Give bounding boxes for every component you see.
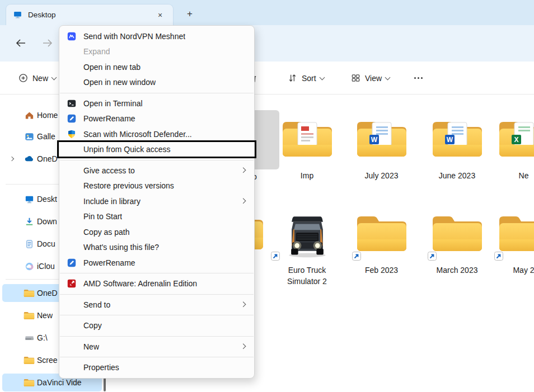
folder-icon bbox=[497, 211, 534, 254]
sidebar-item-label: OneD bbox=[37, 154, 58, 163]
desktop-icon bbox=[24, 193, 35, 205]
menu-item-label: PowerRename bbox=[83, 114, 135, 123]
sort-button-label: Sort bbox=[302, 74, 316, 83]
menu-item-label: Pin to Start bbox=[83, 212, 122, 221]
sidebar-item-label: Home bbox=[37, 111, 58, 120]
file-item-label: Ne bbox=[490, 171, 534, 182]
new-tab-button[interactable]: + bbox=[182, 7, 197, 21]
icloud-icon bbox=[24, 261, 35, 272]
menu-item-label: Open in new tab bbox=[83, 63, 140, 72]
file-item-label: June 2023 bbox=[423, 171, 491, 182]
menu-item-properties[interactable]: Properties bbox=[59, 360, 254, 376]
menu-item-label: Send to bbox=[83, 300, 110, 309]
tab-desktop[interactable]: Desktop × bbox=[6, 4, 174, 25]
menu-item-label: Include in library bbox=[83, 197, 140, 206]
sidebar-item-label: Galle bbox=[37, 132, 55, 141]
file-item-label: July 2023 bbox=[348, 171, 416, 182]
menu-item-send-to[interactable]: Send to bbox=[59, 297, 254, 313]
menu-item-copy-as-path[interactable]: Copy as path bbox=[59, 224, 254, 240]
menu-item-label: Send with NordVPN Meshnet bbox=[83, 32, 185, 41]
view-button-label: View bbox=[365, 74, 382, 83]
forward-button[interactable] bbox=[38, 34, 57, 52]
expand-chevron-icon[interactable] bbox=[10, 157, 14, 161]
menu-item-label: Open in Terminal bbox=[83, 99, 143, 108]
file-item-june-2023[interactable]: June 2023 bbox=[419, 110, 495, 182]
menu-separator bbox=[60, 357, 254, 357]
sidebar-item-label: Down bbox=[37, 217, 57, 226]
menu-item-restore-previous-versions[interactable]: Restore previous versions bbox=[59, 178, 254, 194]
menu-item-label: What's using this file? bbox=[83, 243, 159, 252]
menu-separator bbox=[60, 273, 254, 273]
tab-title: Desktop bbox=[28, 11, 154, 19]
view-button[interactable]: View bbox=[345, 69, 395, 87]
sidebar-item-label: iClou bbox=[37, 262, 55, 271]
sort-icon bbox=[287, 73, 298, 83]
drive-icon bbox=[24, 332, 35, 343]
menu-item-powerrename[interactable]: PowerRename bbox=[59, 111, 254, 127]
new-button-label: New bbox=[32, 74, 48, 83]
menu-item-label: Scan with Microsoft Defender... bbox=[83, 130, 192, 139]
submenu-chevron-icon bbox=[241, 301, 246, 307]
menu-item-powerrename-2[interactable]: PowerRename bbox=[59, 255, 254, 271]
file-item-label: Euro Truck Simulator 2 bbox=[273, 265, 341, 287]
sidebar-item-label: Scree bbox=[37, 356, 58, 365]
file-item-march-2023[interactable]: March 2023 bbox=[419, 205, 495, 276]
menu-item-new[interactable]: New bbox=[59, 339, 254, 355]
defender-shield-icon bbox=[66, 129, 77, 140]
file-item-label: Feb 2023 bbox=[348, 265, 416, 276]
powerrename-icon bbox=[66, 257, 77, 268]
menu-item-send-with-nordvpn-meshnet[interactable]: Send with NordVPN Meshnet bbox=[59, 29, 254, 44]
nordvpn-icon bbox=[66, 31, 77, 42]
new-button[interactable]: New bbox=[12, 69, 62, 87]
menu-item-open-in-terminal[interactable]: Open in Terminal bbox=[59, 96, 254, 111]
menu-item-open-in-new-window[interactable]: Open in new window bbox=[59, 75, 254, 91]
terminal-icon bbox=[66, 98, 77, 109]
menu-item-expand: Expand bbox=[59, 44, 254, 60]
back-button[interactable] bbox=[11, 34, 30, 52]
menu-item-pin-to-start[interactable]: Pin to Start bbox=[59, 209, 254, 225]
sort-button[interactable]: Sort bbox=[282, 69, 330, 87]
menu-separator bbox=[60, 160, 254, 160]
menu-item-whats-using-this-file[interactable]: What's using this file? bbox=[59, 240, 254, 256]
menu-item-copy[interactable]: Copy bbox=[59, 318, 254, 334]
menu-item-open-in-new-tab[interactable]: Open in new tab bbox=[59, 59, 254, 75]
menu-item-label: New bbox=[83, 342, 99, 351]
menu-item-label: Properties bbox=[83, 363, 119, 372]
menu-item-label: Restore previous versions bbox=[83, 181, 174, 190]
view-icon bbox=[350, 73, 361, 83]
file-item-label: May 2 bbox=[490, 265, 534, 276]
tab-close-icon[interactable]: × bbox=[154, 9, 166, 21]
folder-icon bbox=[355, 211, 409, 254]
see-more-button[interactable] bbox=[409, 69, 428, 87]
menu-item-scan-with-microsoft-defender[interactable]: Scan with Microsoft Defender... bbox=[59, 126, 254, 142]
menu-item-include-in-library[interactable]: Include in library bbox=[59, 193, 254, 209]
chevron-down-icon bbox=[385, 74, 391, 80]
more-icon bbox=[414, 77, 423, 79]
file-item-label: March 2023 bbox=[423, 265, 491, 276]
file-item-euro-truck-simulator-2[interactable]: Euro Truck Simulator 2 bbox=[269, 205, 345, 287]
folder-word-icon bbox=[355, 117, 409, 159]
file-item-may-2[interactable]: May 2 bbox=[486, 205, 534, 276]
menu-item-label: Expand bbox=[83, 47, 110, 56]
menu-item-amd-software-adrenalin-edition[interactable]: AMD Software: Adrenalin Edition bbox=[59, 276, 254, 292]
file-item-imp[interactable]: Imp bbox=[269, 110, 345, 182]
menu-item-give-access-to[interactable]: Give access to bbox=[59, 163, 254, 178]
file-item-ne[interactable]: Ne bbox=[486, 110, 534, 182]
menu-item-label: Unpin from Quick access bbox=[83, 145, 171, 154]
sidebar-item-label: Docu bbox=[37, 239, 55, 248]
menu-item-unpin-from-quick-access[interactable]: Unpin from Quick access bbox=[59, 142, 254, 158]
file-item-july-2023[interactable]: July 2023 bbox=[344, 110, 419, 182]
menu-item-label: Open in new window bbox=[83, 78, 156, 87]
onedrive-cloud-icon bbox=[24, 153, 35, 164]
menu-item-label: Copy bbox=[83, 321, 102, 330]
home-icon bbox=[24, 110, 35, 121]
shortcut-arrow-icon bbox=[271, 252, 280, 261]
titlebar: Desktop × + bbox=[0, 0, 534, 25]
chevron-down-icon bbox=[319, 74, 325, 80]
amd-icon bbox=[66, 278, 77, 289]
sidebar-item-label: DaVinci Vide bbox=[37, 378, 82, 387]
folder-document-icon bbox=[280, 117, 334, 159]
sidebar-item-label: G:\ bbox=[37, 333, 48, 342]
file-item-label: Imp bbox=[273, 171, 341, 182]
file-item-feb-2023[interactable]: Feb 2023 bbox=[344, 205, 419, 276]
